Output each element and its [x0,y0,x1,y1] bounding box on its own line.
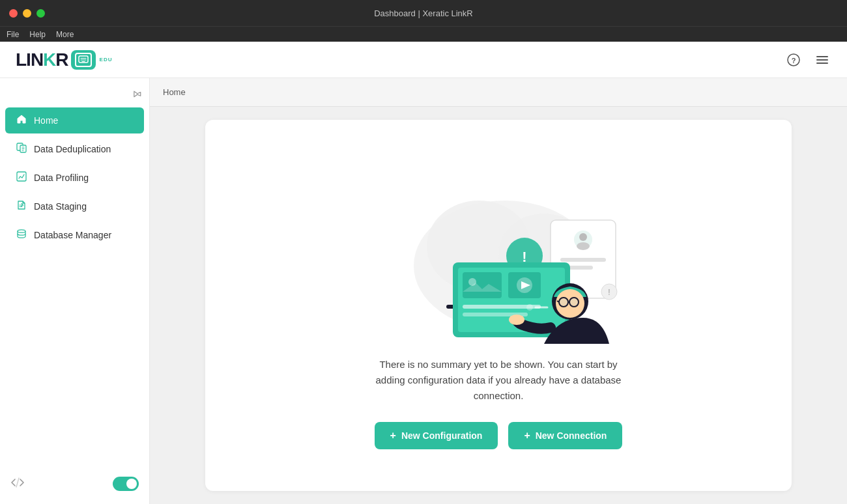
svg-rect-29 [463,272,502,298]
sidebar-item-home[interactable]: Home [5,107,144,133]
minimize-button[interactable] [23,9,31,18]
svg-point-15 [579,233,587,241]
header-actions: ? [784,51,831,69]
profiling-label: Data Profiling [34,173,89,183]
sidebar-item-database-manager[interactable]: Database Manager [5,222,144,248]
sidebar-item-data-staging[interactable]: Data Staging [5,193,144,219]
breadcrumb: Home [163,87,186,97]
svg-point-16 [577,242,590,250]
svg-point-40 [509,315,524,325]
sidebar-item-data-deduplication[interactable]: Data Deduplication [5,136,144,162]
logo-edu-icon [75,53,92,67]
database-icon [16,229,27,242]
plus-icon-conn: + [524,430,530,441]
empty-state-message: There is no summary yet to be shown. You… [375,357,622,404]
window-title: Dashboard | Xeratic LinkR [374,8,473,18]
empty-state-illustration: ! ! [362,161,635,357]
svg-point-39 [569,298,579,307]
menu-help[interactable]: Help [29,30,46,39]
database-label: Database Manager [34,230,111,240]
theme-toggle[interactable] [113,477,139,491]
svg-point-38 [559,298,568,307]
app-header: LINKR EDU ? [0,42,847,78]
svg-text:?: ? [792,56,796,64]
svg-rect-8 [17,172,26,181]
logo: LINKR EDU [16,49,112,70]
action-buttons: + New Configuration + New Connection [375,422,623,449]
svg-rect-3 [816,56,828,57]
svg-point-9 [18,230,25,232]
logo-text: LINKR [16,49,68,70]
svg-rect-17 [560,258,606,262]
title-bar: Dashboard | Xeratic LinkR [0,0,847,26]
dedup-label: Data Deduplication [34,144,111,154]
sidebar-item-data-profiling[interactable]: Data Profiling [5,165,144,191]
home-card: ! ! [205,120,792,491]
app-body: Home Data Deduplication [0,78,847,504]
sidebar: Home Data Deduplication [0,78,150,504]
plus-icon-config: + [390,430,396,441]
pin-icon[interactable] [128,87,145,103]
menu-bar: File Help More [0,26,847,42]
logo-edu-text: EDU [100,57,113,63]
svg-rect-4 [816,59,828,61]
toggle-knob [126,479,137,489]
content-area: ! ! [150,107,847,504]
staging-label: Data Staging [34,201,87,212]
svg-rect-5 [816,63,828,64]
staging-icon [16,200,27,213]
code-icon [10,477,25,491]
svg-text:!: ! [608,288,610,297]
dedup-icon [16,143,27,156]
window-controls [9,9,45,18]
main-content: Home [150,78,847,504]
profiling-icon [16,171,27,184]
app-container: LINKR EDU ? [0,42,847,504]
new-config-label: New Configuration [401,430,482,441]
svg-point-35 [526,304,533,311]
home-icon [16,114,27,127]
new-connection-button[interactable]: + New Connection [508,422,622,449]
home-label: Home [34,115,58,126]
logo-badge [71,50,96,70]
menu-file[interactable]: File [7,30,19,39]
new-conn-label: New Connection [536,430,607,441]
help-icon-button[interactable]: ? [784,51,803,69]
menu-more[interactable]: More [56,30,74,39]
new-configuration-button[interactable]: + New Configuration [375,422,498,449]
breadcrumb-bar: Home [150,78,847,107]
sidebar-bottom [0,469,149,499]
maximize-button[interactable] [36,9,45,18]
profile-icon-button[interactable] [813,51,831,69]
close-button[interactable] [9,9,18,18]
sidebar-pin-area [0,83,149,106]
